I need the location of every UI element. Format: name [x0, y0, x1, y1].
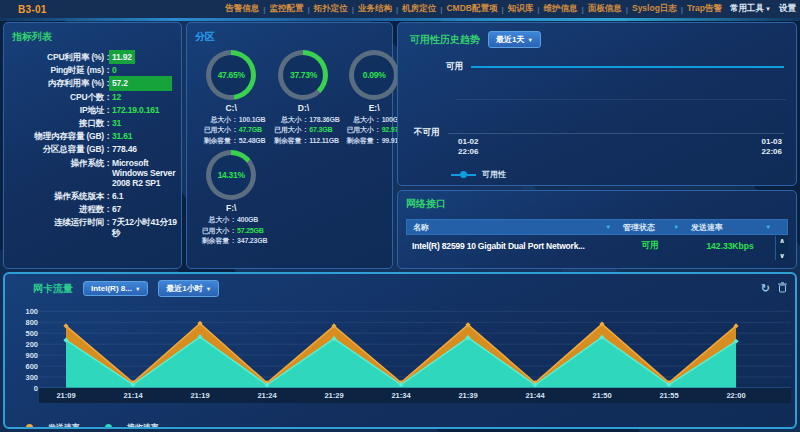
tools-menu[interactable]: 常用工具▼ — [730, 3, 771, 15]
legend-line — [96, 427, 105, 429]
menu-item[interactable]: 业务结构 — [357, 3, 393, 15]
sort-down-icon: ▼ — [606, 224, 611, 230]
metric-row: CPU个数:12 — [12, 92, 177, 102]
metric-row: 接口数:31 — [12, 118, 177, 128]
traffic-x-axis: 21:0921:1421:1921:2421:2921:3421:3921:44… — [39, 388, 791, 403]
menu-item[interactable]: 监控配置 — [268, 3, 304, 15]
traffic-area-chart — [39, 304, 791, 388]
availability-range-dropdown[interactable]: 最近1天 ▼ — [488, 31, 541, 48]
network-interfaces-panel: 网络接口 名称▼管理状态▼发送速率▼ Intel(R) 82599 10 Gig… — [397, 190, 797, 269]
partition-percent: 37.73% — [278, 50, 328, 100]
detail-value: 400GB — [237, 215, 258, 224]
menu-item[interactable]: Trap告警 — [686, 3, 723, 15]
menu-separator: | — [501, 5, 503, 14]
metric-value: 0 — [112, 65, 177, 75]
detail-separator: : — [229, 215, 237, 224]
scroll-up-icon[interactable]: ∧ — [779, 237, 785, 244]
menu-separator: | — [396, 5, 398, 14]
scroll-down-icon[interactable]: ∨ — [779, 252, 785, 259]
detail-label: 已用大小 — [267, 125, 301, 134]
metric-value: 6.1 — [112, 191, 177, 201]
column-header-1[interactable]: 管理状态▼ — [617, 222, 685, 233]
metric-row: 内存利用率 (%):57.2 — [12, 78, 177, 88]
metric-value: 778.46 — [112, 144, 177, 154]
legend-label: 接收速率 — [127, 422, 159, 429]
menu-item[interactable]: 知识库 — [507, 3, 535, 15]
metric-separator: : — [104, 191, 112, 201]
partition-donut-chart: 0.09% — [349, 50, 399, 100]
partition-percent: 0.09% — [349, 50, 399, 100]
metric-row: 进程数:67 — [12, 204, 177, 214]
traffic-legend-item[interactable]: 发送速率 — [17, 422, 80, 429]
metric-row: Ping时延 (ms):0 — [12, 65, 177, 75]
nic-select-dropdown[interactable]: Intel(R) 8... ▼ — [83, 281, 148, 296]
detail-label: 已用大小 — [197, 125, 231, 134]
unavailable-timeline — [448, 133, 785, 134]
detail-separator: : — [374, 115, 382, 124]
availability-panel: 可用性历史趋势 最近1天 ▼ 可用 不可用 01-02 22:06 01-03 … — [397, 22, 797, 186]
menu-item[interactable]: 面板信息 — [587, 3, 623, 15]
menu-item[interactable]: 告警信息 — [224, 3, 260, 15]
detail-separator: : — [301, 125, 309, 134]
partition-detail-row: 剩余容量:52.48GB — [197, 136, 266, 145]
menu-separator: | — [581, 5, 583, 14]
partition-percent: 14.31% — [206, 150, 256, 200]
metric-label: 分区总容量 (GB) — [12, 144, 104, 154]
detail-separator: : — [231, 115, 239, 124]
menu-separator: | — [352, 5, 354, 14]
table-row[interactable]: Intel(R) 82599 10 Gigabit Dual Port Netw… — [406, 235, 788, 257]
network-table-header: 名称▼管理状态▼发送速率▼ — [406, 219, 788, 235]
availability-panel-title: 可用性历史趋势 — [410, 33, 480, 47]
partition-details: 总大小:100.1GB已用大小:47.7GB剩余容量:52.48GB — [197, 115, 266, 145]
partition-detail-row: 剩余容量:112.11GB — [267, 136, 339, 145]
column-header-label: 发送速率 — [691, 222, 723, 233]
metric-value: 7天12小时41分19秒 — [112, 217, 177, 237]
table-scrollbar[interactable]: ∧ ∨ — [775, 236, 788, 260]
metric-label: Ping时延 (ms) — [12, 65, 104, 75]
column-header-0[interactable]: 名称▼ — [407, 222, 617, 233]
detail-label: 剩余容量 — [197, 136, 231, 145]
metric-separator: : — [104, 131, 112, 141]
y-tick-label: 300 — [7, 373, 38, 382]
traffic-panel-title: 网卡流量 — [33, 282, 73, 296]
network-table: 名称▼管理状态▼发送速率▼ Intel(R) 82599 10 Gigabit … — [406, 219, 788, 257]
menu-item[interactable]: 机房定位 — [401, 3, 437, 15]
partition-detail-row: 已用大小:57.25GB — [195, 226, 267, 235]
menu-item[interactable]: 维护信息 — [542, 3, 578, 15]
x-tick-label: 21:34 — [377, 391, 425, 400]
metric-label: 操作系统版本 — [12, 191, 104, 201]
legend-dot-icon — [26, 424, 33, 429]
detail-label: 剩余容量 — [267, 136, 301, 145]
partition-details: 总大小:400GB已用大小:57.25GB剩余容量:347.23GB — [195, 215, 267, 245]
refresh-icon[interactable]: ↻ — [761, 283, 770, 294]
partition-item: 37.73%D:\总大小:178.36GB已用大小:67.3GB剩余容量:112… — [267, 50, 339, 145]
column-header-2[interactable]: 发送速率▼ — [685, 222, 777, 233]
host-title: B3-01 — [18, 4, 47, 15]
traffic-legend-item[interactable]: 接收速率 — [96, 422, 159, 429]
y-tick-label: 800 — [7, 318, 38, 327]
topbar: B3-01 告警信息|监控配置|拓扑定位|业务结构|机房定位|CMDB配置项|知… — [0, 0, 800, 18]
settings-menu[interactable]: 设置 — [779, 3, 796, 15]
metric-row: CPU利用率 (%):11.92 — [12, 52, 177, 62]
menu-item[interactable]: 拓扑定位 — [313, 3, 349, 15]
detail-separator: : — [301, 136, 309, 145]
traffic-range-dropdown[interactable]: 最近1小时 ▼ — [158, 280, 219, 297]
metrics-list: CPU利用率 (%):11.92Ping时延 (ms):0内存利用率 (%):5… — [12, 52, 177, 238]
menu-item[interactable]: Syslog日志 — [631, 3, 678, 15]
metric-label: 操作系统 — [12, 158, 104, 189]
metric-label: CPU个数 — [12, 92, 104, 102]
legend-line — [112, 427, 121, 429]
metric-value-text: 57.2 — [112, 78, 128, 88]
availability-legend[interactable]: 可用性 — [451, 169, 506, 180]
detail-label: 总大小 — [195, 215, 229, 224]
y-tick-label: 600 — [7, 362, 38, 371]
menu-item[interactable]: CMDB配置项 — [445, 3, 498, 15]
availability-gridline — [456, 99, 786, 100]
x-tick-label: 21:29 — [310, 391, 358, 400]
x-tick-label: 21:24 — [243, 391, 291, 400]
detail-separator: : — [231, 136, 239, 145]
legend-label: 发送速率 — [48, 422, 80, 429]
metric-row: IP地址:172.19.0.161 — [12, 105, 177, 115]
delete-icon[interactable] — [778, 282, 787, 295]
metric-value: 67 — [112, 204, 177, 214]
